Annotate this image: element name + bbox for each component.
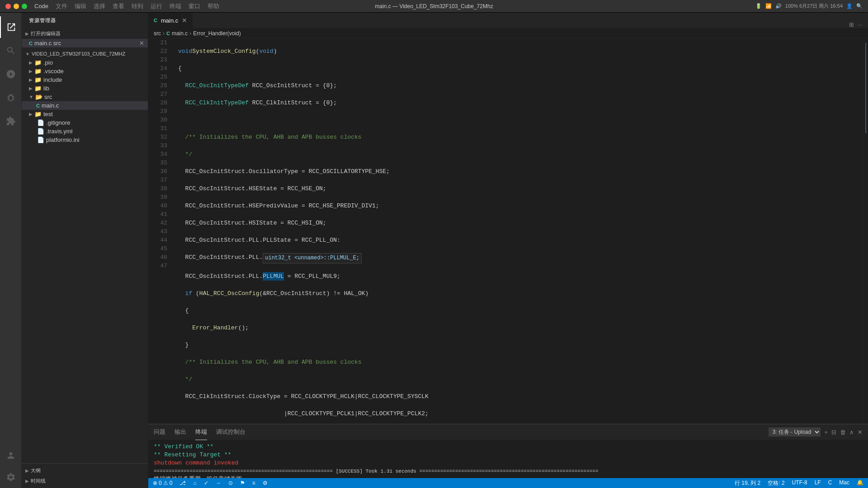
open-editors-section[interactable]: ▶ 打开的编辑器 (22, 28, 148, 39)
terminal-line-1: ** Verified OK ** (154, 443, 863, 451)
title-bar-right: 🔋 📶 🔊 100% 6月27日 周六 16:54 👤 🔍 (755, 3, 863, 9)
timeline-section[interactable]: ▶ 时间线 (22, 476, 148, 486)
chevron-down-icon: ▼ (25, 52, 30, 56)
battery-icon: 🔋 (755, 3, 762, 9)
menu-file[interactable]: 文件 (56, 2, 67, 10)
breadcrumb-src[interactable]: src (154, 30, 161, 37)
open-file-item[interactable]: C main.c src ✕ (22, 39, 148, 47)
timeline-label: 时间线 (31, 478, 46, 484)
tab-close-button[interactable]: ✕ (182, 17, 187, 24)
breadcrumb-file[interactable]: main.c (172, 30, 188, 37)
status-notifications[interactable]: 🔔 (857, 479, 863, 487)
status-branch[interactable]: ⎇ (179, 480, 186, 486)
status-platform[interactable]: Mac (839, 479, 849, 487)
chevron-down-icon: ▼ (29, 94, 33, 99)
code-content[interactable]: void SystemClock_Config(void) { RCC_OscI… (171, 38, 863, 424)
status-home[interactable]: ⌂ (193, 480, 196, 486)
status-list[interactable]: ≡ (252, 480, 255, 486)
app-container: 资源管理器 ▶ 打开的编辑器 C main.c src ✕ ▼ VIDEO_LE… (0, 13, 868, 488)
terminal-tab-actions: 3: 任务 - Upload + ⊟ 🗑 ∧ ✕ (769, 427, 863, 436)
status-search[interactable]: ⊙ (228, 480, 233, 486)
maximize-button[interactable] (22, 4, 27, 9)
activity-debug[interactable] (0, 87, 22, 108)
tree-item-gitignore[interactable]: 📄 .gitignore (22, 118, 148, 127)
traffic-lights[interactable] (5, 4, 27, 9)
menu-edit[interactable]: 编辑 (75, 2, 86, 10)
menu-terminal[interactable]: 终端 (170, 2, 181, 10)
search-icon[interactable]: 🔍 (856, 3, 863, 9)
tab-mainc[interactable]: C main.c ✕ (148, 13, 193, 28)
status-arrow[interactable]: → (216, 480, 221, 486)
activity-git[interactable] (0, 63, 22, 85)
menu-run[interactable]: 运行 (151, 2, 162, 10)
tree-item-test[interactable]: ▶ 📁 test (22, 110, 148, 118)
terminal-dropdown[interactable]: 3: 任务 - Upload (769, 427, 821, 436)
more-actions-icon[interactable]: ··· (858, 21, 863, 28)
activity-bar (0, 13, 22, 488)
tree-item-lib[interactable]: ▶ 📁 lib (22, 84, 148, 93)
tree-item-travis[interactable]: 📄 .travis.yml (22, 127, 148, 136)
terminal-content[interactable]: ** Verified OK ** ** Resetting Target **… (148, 440, 868, 478)
tree-item-label: include (43, 76, 62, 83)
terminal-tab-output[interactable]: 输出 (175, 424, 186, 440)
tree-item-vscode[interactable]: ▶ 📁 .vscode (22, 67, 148, 75)
tree-item-mainc[interactable]: C main.c (22, 101, 148, 110)
folder-icon: 📁 (34, 68, 42, 75)
close-terminal-icon[interactable]: ✕ (858, 429, 863, 436)
status-flag[interactable]: ⚑ (240, 480, 245, 486)
terminal-line-4: ========================================… (154, 467, 863, 475)
status-line-ending[interactable]: LF (815, 479, 821, 487)
tab-lang-icon: C (154, 18, 157, 23)
tree-item-label: .vscode (43, 68, 64, 75)
terminal-tab-terminal[interactable]: 终端 (195, 424, 207, 440)
app-name: Code (34, 3, 48, 9)
close-file-icon[interactable]: ✕ (139, 40, 144, 47)
status-settings[interactable]: ⚙ (263, 480, 268, 486)
minimize-button[interactable] (14, 4, 19, 9)
tree-item-include[interactable]: ▶ 📁 include (22, 75, 148, 84)
breadcrumb-symbol[interactable]: Error_Handler(void) (193, 30, 241, 37)
add-terminal-icon[interactable]: + (824, 429, 828, 436)
activity-settings[interactable] (0, 466, 22, 488)
user-icon: 👤 (846, 3, 853, 9)
tree-item-pio[interactable]: ▶ 📁 .pio (22, 58, 148, 67)
split-terminal-icon[interactable]: ⊟ (831, 429, 836, 436)
file-icon: 📄 (37, 136, 44, 143)
trash-terminal-icon[interactable]: 🗑 (840, 429, 846, 436)
status-spaces[interactable]: 空格: 2 (768, 479, 784, 487)
collapse-terminal-icon[interactable]: ∧ (849, 429, 854, 436)
tree-item-src[interactable]: ▼ 📂 src (22, 93, 148, 101)
tree-item-platformio[interactable]: 📄 platformio.ini (22, 136, 148, 144)
tree-item-label: .gitignore (46, 119, 70, 126)
file-lang-icon: C (29, 41, 33, 46)
terminal-tab-debug[interactable]: 调试控制台 (216, 424, 245, 440)
volume-icon: 🔊 (775, 3, 782, 9)
outline-label: 大纲 (31, 467, 41, 474)
menu-view[interactable]: 查看 (113, 2, 124, 10)
menu-help[interactable]: 帮助 (208, 2, 219, 10)
status-check[interactable]: ✓ (204, 480, 208, 486)
activity-extensions[interactable] (0, 110, 22, 132)
menu-select[interactable]: 选择 (94, 2, 105, 10)
terminal-line-3: shutdown command invoked (154, 459, 863, 467)
split-editor-icon[interactable]: ⊞ (849, 21, 854, 28)
activity-explorer[interactable] (0, 16, 22, 38)
menu-goto[interactable]: 转到 (132, 2, 143, 10)
terminal-tab-problems[interactable]: 问题 (154, 424, 165, 440)
minimap (863, 38, 868, 424)
project-section[interactable]: ▼ VIDEO_LED_STM32F103_CUBE_72MHZ (22, 49, 148, 58)
activity-search[interactable] (0, 40, 22, 61)
activity-account[interactable] (0, 445, 22, 466)
status-errors[interactable]: ⊗ 0 ⚠ 0 (153, 480, 172, 486)
warning-icon: ⚠ (163, 480, 168, 486)
file-icon: 📄 (37, 119, 44, 126)
status-encoding[interactable]: UTF-8 (792, 479, 807, 487)
tab-label: main.c (161, 17, 178, 24)
code-editor[interactable]: 2122232425 2627282930 3132333435 3637383… (148, 38, 868, 424)
status-language[interactable]: C (828, 479, 832, 487)
outline-section[interactable]: ▶ 大纲 (22, 465, 148, 476)
error-count: 0 (159, 480, 162, 486)
menu-window[interactable]: 窗口 (189, 2, 200, 10)
close-button[interactable] (5, 4, 11, 9)
status-line-col[interactable]: 行 19, 列 2 (735, 479, 760, 487)
